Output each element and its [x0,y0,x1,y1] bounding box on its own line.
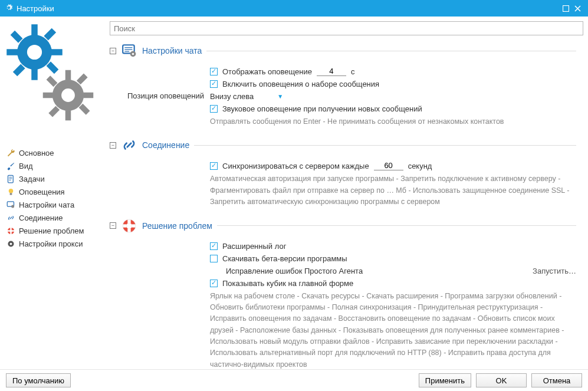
dropdown-value: Внизу слева [210,92,254,101]
svg-point-20 [61,88,75,102]
ok-button[interactable]: OK [476,373,527,387]
svg-rect-12 [65,70,71,80]
svg-point-36 [132,53,134,55]
nav-item-trouble[interactable]: Решение проблем [5,224,105,237]
window-title: Настройки [17,4,560,13]
chk-ext-log[interactable] [210,242,218,250]
settings-scroll[interactable]: − Настройки чата Отображать оповещение с… [110,39,583,369]
lbl-beta: Скачивать бета-версии программы [222,254,347,263]
svg-rect-31 [12,230,15,232]
nav-item-proxy[interactable]: Настройки прокси [5,237,105,250]
link-section-icon [121,137,137,153]
nav-label: Задачи [19,175,45,183]
gear-illustration [5,21,105,124]
collapse-toggle[interactable]: − [110,222,116,229]
collapse-toggle[interactable]: − [110,142,116,149]
svg-rect-19 [48,106,60,117]
nav-label: Соединение [19,213,63,222]
svg-rect-15 [83,93,93,98]
settings-icon [5,4,13,14]
btn-launch-agent[interactable]: Запустить… [533,267,576,275]
svg-rect-14 [43,93,53,98]
unit-sec: секунд [408,162,432,170]
lbl-show-cube: Показывать кубик на главной форме [222,279,353,288]
svg-point-33 [9,242,12,245]
wrench-icon [6,148,15,157]
svg-rect-2 [31,24,38,35]
nav-label: Вид [19,162,33,170]
link-icon [6,213,15,222]
lbl-ext-log: Расширенный лог [222,242,286,251]
close-button[interactable] [571,2,583,14]
svg-rect-5 [51,49,63,55]
sidebar: Основное Вид Задачи Оповещения Настройки… [5,21,105,369]
svg-rect-4 [6,49,18,55]
lbl-sound-notif: Звуковое оповещение при получении новых … [222,104,422,113]
nav-label: Решение проблем [19,226,84,235]
divider [206,51,576,51]
svg-rect-39 [127,218,130,224]
svg-point-25 [11,205,14,208]
apply-button[interactable]: Применить [419,373,471,387]
chat-icon [6,200,15,209]
lbl-fix-agent: Исправление ошибок Простого Агента [226,267,363,275]
cancel-button[interactable]: Отмена [531,373,582,387]
nav-item-tasks[interactable]: Задачи [5,172,105,185]
brush-icon [6,161,15,170]
svg-rect-6 [11,31,23,43]
svg-rect-17 [79,104,90,115]
svg-rect-3 [31,69,38,80]
chk-typing-notif[interactable] [210,80,218,88]
bulb-icon [6,187,15,196]
nav-item-view[interactable]: Вид [5,159,105,172]
lbl-typing-notif: Включить оповещения о наборе сообщения [222,80,379,88]
conn-hints[interactable]: Автоматическая авторизация при запуске п… [210,172,576,212]
chevron-down-icon: ▼ [277,93,283,100]
svg-rect-29 [10,232,12,235]
svg-rect-23 [9,193,12,195]
input-notif-sec[interactable] [317,67,346,76]
svg-rect-30 [6,230,9,232]
nav-item-main[interactable]: Основное [5,146,105,159]
divider [194,145,576,146]
svg-rect-8 [44,28,56,41]
input-sync-sec[interactable] [374,161,403,170]
lbl-show-notif: Отображать оповещение [222,67,312,76]
lbl-sync: Синхронизироваться с сервером каждые [222,162,369,170]
svg-rect-9 [13,64,25,77]
svg-point-22 [8,188,13,193]
lifebuoy-section-icon [121,218,137,234]
lifebuoy-icon [6,226,15,235]
trouble-hints[interactable]: Ярлык на рабочем столе - Скачать ресурсы… [210,290,576,370]
search-input[interactable] [110,21,583,35]
nav-item-conn[interactable]: Соединение [5,211,105,224]
svg-rect-16 [47,75,58,87]
titlebar: Настройки [0,0,588,17]
collapse-toggle[interactable]: − [110,48,116,54]
nav-item-chat[interactable]: Настройки чата [5,198,105,211]
nav-item-notif[interactable]: Оповещения [5,185,105,198]
svg-rect-13 [65,110,71,120]
chat-settings-icon [121,42,137,59]
footer: По умолчанию Применить OK Отмена [0,369,588,391]
svg-rect-28 [10,226,12,229]
nav-label: Основное [19,149,54,157]
maximize-button[interactable] [560,2,571,14]
svg-rect-21 [8,175,13,183]
dropdown-position[interactable]: Внизу слева▼ [210,92,287,101]
chk-sound-notif[interactable] [210,105,218,113]
defaults-button[interactable]: По умолчанию [6,373,71,387]
svg-point-27 [9,229,12,232]
nav-label: Настройки чата [19,201,74,209]
chk-show-notif[interactable] [210,68,218,75]
svg-point-38 [126,223,132,229]
section-chat: − Настройки чата Отображать оповещение с… [110,42,576,132]
svg-rect-41 [121,224,127,227]
section-title: Решение проблем [142,221,212,231]
chk-show-cube[interactable] [210,280,218,287]
svg-rect-40 [127,228,130,234]
nav: Основное Вид Задачи Оповещения Настройки… [5,146,105,250]
chk-beta[interactable] [210,255,218,262]
chat-hints[interactable]: Отправлять сообщения по Enter - Не прини… [210,115,576,132]
chk-sync[interactable] [210,162,218,170]
